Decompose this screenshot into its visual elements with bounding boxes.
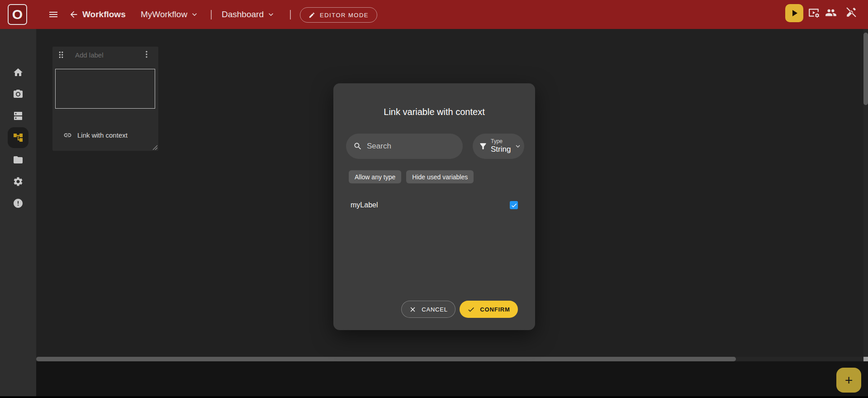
home-icon bbox=[13, 67, 24, 78]
type-filter-label: Type bbox=[491, 139, 511, 145]
app-window: O Workflows MyWorkflow | Dashboard | bbox=[0, 0, 868, 398]
vertical-scrollbar-thumb[interactable] bbox=[863, 33, 868, 105]
folder-icon bbox=[13, 154, 24, 165]
chevron-down-icon bbox=[190, 10, 199, 19]
workflow-tree-icon bbox=[13, 132, 24, 143]
sidebar-item-home[interactable] bbox=[13, 67, 24, 78]
dashboard-selector[interactable]: Dashboard bbox=[222, 0, 275, 29]
scrollbar-corner bbox=[863, 357, 868, 361]
close-icon bbox=[409, 306, 417, 313]
back-arrow-icon[interactable] bbox=[69, 10, 79, 19]
editor-mode-label: EDITOR MODE bbox=[320, 12, 369, 19]
add-widget-fab[interactable]: + bbox=[836, 368, 861, 393]
confirm-label: CONFIRM bbox=[480, 306, 510, 313]
view-name: Dashboard bbox=[222, 0, 264, 29]
people-icon[interactable] bbox=[825, 7, 837, 19]
dialog-actions: CANCEL CONFIRM bbox=[333, 301, 535, 318]
sidebar-item-capture[interactable] bbox=[13, 89, 24, 100]
link-variable-dialog: Link variable with context Type String A… bbox=[333, 83, 535, 330]
link-with-context-button[interactable]: Link with context bbox=[63, 131, 128, 139]
topbar-divider: | bbox=[211, 10, 212, 19]
kebab-menu-icon[interactable] bbox=[142, 50, 151, 59]
workflow-selector[interactable]: MyWorkflow bbox=[141, 0, 199, 29]
logo-letter: O bbox=[12, 7, 23, 22]
run-button[interactable] bbox=[785, 4, 803, 22]
hamburger-menu-icon[interactable] bbox=[48, 9, 59, 20]
sidebar-item-alerts[interactable] bbox=[13, 198, 24, 209]
breadcrumb-section[interactable]: Workflows bbox=[82, 0, 126, 29]
app-logo: O bbox=[8, 4, 27, 25]
search-input[interactable] bbox=[367, 142, 455, 151]
link-icon bbox=[63, 131, 72, 139]
variable-search-field[interactable] bbox=[346, 134, 463, 159]
sidebar-item-panels[interactable] bbox=[13, 110, 24, 121]
camera-icon bbox=[13, 89, 24, 100]
gear-icon bbox=[13, 176, 24, 187]
sidebar-nav bbox=[0, 29, 36, 396]
label-widget-card: Add label Link with context bbox=[52, 47, 158, 151]
dialog-title: Link variable with context bbox=[333, 107, 535, 117]
chevron-down-icon bbox=[266, 10, 275, 19]
workflow-name: MyWorkflow bbox=[141, 0, 187, 29]
edit-off-icon[interactable] bbox=[845, 6, 857, 18]
plus-icon: + bbox=[845, 374, 853, 387]
bottom-panel bbox=[36, 361, 868, 396]
sidebar-item-files[interactable] bbox=[13, 154, 24, 165]
type-filter-dropdown[interactable]: Type String bbox=[473, 134, 524, 159]
hide-used-variables-chip[interactable]: Hide used variables bbox=[406, 170, 474, 183]
check-icon bbox=[511, 202, 517, 209]
allow-any-type-chip[interactable]: Allow any type bbox=[349, 170, 401, 183]
link-with-context-label: Link with context bbox=[77, 131, 128, 139]
sidebar-item-workflows[interactable] bbox=[13, 132, 24, 143]
filter-icon bbox=[479, 142, 488, 151]
variable-checkbox[interactable] bbox=[510, 201, 518, 209]
check-icon bbox=[467, 306, 475, 313]
dns-icon bbox=[13, 110, 24, 121]
topbar-divider: | bbox=[290, 10, 291, 19]
pencil-icon bbox=[308, 12, 315, 19]
variable-name: myLabel bbox=[351, 201, 378, 209]
cancel-label: CANCEL bbox=[422, 306, 448, 313]
search-icon bbox=[353, 142, 362, 151]
top-bar: O Workflows MyWorkflow | Dashboard | bbox=[0, 0, 868, 29]
error-icon bbox=[13, 198, 24, 209]
window-bottom-edge bbox=[0, 396, 868, 398]
variable-row[interactable]: myLabel bbox=[351, 197, 518, 213]
type-filter-value: String bbox=[491, 145, 511, 154]
chevron-down-icon bbox=[514, 142, 522, 150]
widget-label-placeholder[interactable]: Add label bbox=[75, 51, 104, 59]
confirm-button[interactable]: CONFIRM bbox=[460, 301, 518, 318]
cancel-button[interactable]: CANCEL bbox=[401, 301, 455, 318]
sidebar-item-settings[interactable] bbox=[13, 176, 24, 187]
label-preview-box bbox=[55, 69, 155, 109]
editor-mode-button[interactable]: EDITOR MODE bbox=[300, 7, 377, 23]
play-icon bbox=[789, 8, 800, 19]
drag-handle-icon[interactable] bbox=[56, 50, 66, 60]
horizontal-scrollbar-thumb[interactable] bbox=[36, 357, 736, 361]
filter-chips: Allow any type Hide used variables bbox=[349, 170, 474, 183]
resize-handle[interactable] bbox=[152, 145, 157, 150]
video-settings-icon[interactable] bbox=[808, 7, 820, 19]
